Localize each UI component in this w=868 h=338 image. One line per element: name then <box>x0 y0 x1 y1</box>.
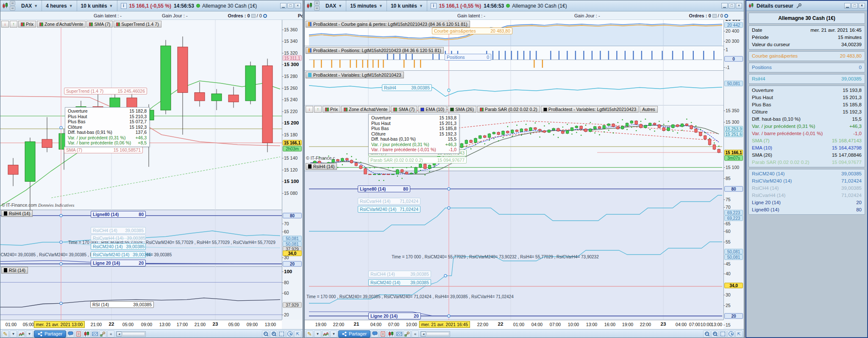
patterns-icon[interactable] <box>387 330 395 338</box>
chart-plot-area[interactable] <box>0 20 282 320</box>
link-icon[interactable]: ∞ <box>314 1 320 6</box>
link-icon[interactable]: ∞ <box>10 6 15 11</box>
detail-row: Positions0 <box>749 64 865 71</box>
maximize-icon[interactable]: □ <box>729 3 735 8</box>
collapse-icon[interactable]: « <box>107 330 114 338</box>
fullscreen-icon[interactable]: ⇱ <box>735 330 743 338</box>
zoom-in-icon[interactable]: + <box>270 330 277 338</box>
price-axis[interactable]: 20 50020 44220 40020 30010-150,08115 350… <box>723 20 744 320</box>
time-axis[interactable]: 01:0005:00mer. 21 avr. 2021 13:0021:0022… <box>0 320 282 329</box>
maximize-icon[interactable]: □ <box>851 3 858 8</box>
share-button[interactable]: Partager <box>34 330 66 338</box>
screenshot-icon[interactable] <box>395 330 403 338</box>
collapse-icon[interactable]: « <box>412 330 419 338</box>
symbol-select[interactable]: DAX▼ <box>17 0 42 11</box>
legend-item[interactable]: SMA (7) <box>391 106 417 113</box>
scroll-down-button[interactable]: ↓ <box>306 106 313 113</box>
scroll-down-button[interactable]: ↓ <box>1 21 9 28</box>
time-axis[interactable]: 19:0022:002104:0007:0010:00mer. 21 avr. … <box>305 320 723 329</box>
minimize-icon[interactable]: ▁ <box>280 3 287 8</box>
timeframe-select[interactable]: 4 heures▼ <box>42 0 77 11</box>
orders-list-icon[interactable] <box>712 14 717 18</box>
legend-item[interactable]: Autres <box>640 106 657 113</box>
detail-label: Courbe gains&pertes <box>752 53 798 59</box>
rsi-panel-header[interactable]: RSI (14) <box>1 267 28 274</box>
report-icon[interactable] <box>379 330 387 338</box>
dropdown-caret-icon[interactable]: ▼ <box>330 330 337 338</box>
rsih4-panel-header[interactable]: RsiH4 (14) <box>1 210 33 217</box>
minimize-icon[interactable]: ▁ <box>844 3 851 8</box>
info-icon[interactable]: i <box>431 3 437 9</box>
price-axis[interactable]: 15 36015 34015 32015 311,115 30015 28015… <box>282 20 303 320</box>
fullscreen-icon[interactable]: ⇱ <box>294 330 301 338</box>
dropdown-caret-icon[interactable]: ▼ <box>10 330 17 338</box>
scroll-up-button[interactable]: ↑ <box>10 21 17 28</box>
detail-value: +46,3 <box>849 123 862 130</box>
share-button[interactable]: Partager <box>338 330 370 338</box>
legend-item[interactable]: ProBacktest - Variables: LgtM15sh2021042… <box>541 106 639 113</box>
scrollbar-thumb[interactable] <box>122 332 145 336</box>
zoom-out-icon[interactable]: − <box>262 330 269 338</box>
zoom-box-icon[interactable] <box>719 330 726 338</box>
info-icon[interactable]: i <box>121 3 127 9</box>
link-icons[interactable]: ∞∞ <box>10 1 15 11</box>
report-icon[interactable] <box>75 330 82 338</box>
axis-tick: 60 <box>284 229 289 234</box>
scroll-left-icon[interactable]: ◄ <box>117 332 122 336</box>
zoom-out-icon[interactable]: − <box>703 330 710 338</box>
history-icon[interactable] <box>727 330 734 338</box>
legend-item[interactable]: SMA (7) <box>86 21 113 28</box>
chart-type-icon[interactable] <box>322 330 329 338</box>
scroll-left-icon[interactable]: ◄ <box>421 332 426 336</box>
close-icon[interactable]: × <box>295 3 301 8</box>
chart-plot-area[interactable] <box>305 20 722 320</box>
orders-list-icon[interactable] <box>251 14 256 18</box>
dropdown-caret-icon[interactable]: ▼ <box>314 330 321 338</box>
close-icon[interactable]: × <box>736 3 742 8</box>
horizontal-scrollbar[interactable]: ◄ <box>116 331 146 337</box>
positions-panel-header[interactable]: ProBacktest - Positions: LgtM15sh2021042… <box>306 47 444 54</box>
timeframe-select[interactable]: 15 minutes▼ <box>346 0 387 11</box>
detail-label: RsiCvarH4 (14) <box>752 192 785 199</box>
equity-panel-header[interactable]: ProBacktest - Courbe gains & pertes: Lgt… <box>306 21 470 28</box>
link-icon[interactable]: ∞ <box>314 6 320 11</box>
wrench-icon[interactable] <box>796 3 802 9</box>
screenshot-icon[interactable] <box>91 330 98 338</box>
rsih4-panel-header[interactable]: RsiH4 (14) <box>306 163 337 170</box>
minimize-icon[interactable]: ▁ <box>721 3 728 8</box>
history-icon[interactable] <box>286 330 293 338</box>
legend-item[interactable]: SuperTrend (1.4 7) <box>114 21 161 28</box>
legend-item[interactable]: Zone d'Achat/Vente <box>341 106 390 113</box>
zoom-in-icon[interactable]: + <box>711 330 718 338</box>
chart-type-icon[interactable] <box>18 330 25 338</box>
chat-icon[interactable] <box>67 330 74 338</box>
info-label: Plus Haut <box>68 114 87 119</box>
orders-gear-icon[interactable] <box>263 14 267 18</box>
legend-item[interactable]: Zone d'Achat/Vente <box>37 21 86 28</box>
draw-tool-icon[interactable]: ✎ <box>2 330 9 338</box>
scroll-up-button[interactable]: ↑ <box>314 106 322 113</box>
patterns-icon[interactable] <box>83 330 90 338</box>
settings-icon[interactable] <box>403 330 411 338</box>
legend-item[interactable]: Parab SAR (0.02 0.02 0.2) <box>477 106 540 113</box>
quantity-select[interactable]: 10 k unités▼ <box>77 0 117 11</box>
maximize-icon[interactable]: □ <box>287 3 294 8</box>
zoom-box-icon[interactable] <box>278 330 285 338</box>
orders-gear-icon[interactable] <box>724 14 728 18</box>
legend-item[interactable]: EMA (10) <box>418 106 447 113</box>
legend-item[interactable]: SMA (26) <box>448 106 476 113</box>
link-icons[interactable]: ∞∞ <box>314 1 320 11</box>
legend-item[interactable]: Prix <box>18 21 36 28</box>
draw-tool-icon[interactable]: ✎ <box>306 330 313 338</box>
symbol-select[interactable]: DAX▼ <box>322 0 346 11</box>
close-icon[interactable]: × <box>859 3 865 8</box>
scrollbar-thumb[interactable] <box>426 332 449 336</box>
settings-icon[interactable] <box>99 330 106 338</box>
chat-icon[interactable] <box>371 330 378 338</box>
link-icon[interactable]: ∞ <box>10 1 15 6</box>
variables-panel-header[interactable]: ProBacktest - Variables: LgtM15sh2021042… <box>306 72 404 78</box>
dropdown-caret-icon[interactable]: ▼ <box>26 330 33 338</box>
legend-item[interactable]: Prix <box>323 106 340 113</box>
quantity-select[interactable]: 10 k unités▼ <box>387 0 427 11</box>
horizontal-scrollbar[interactable]: ◄ <box>420 331 450 337</box>
